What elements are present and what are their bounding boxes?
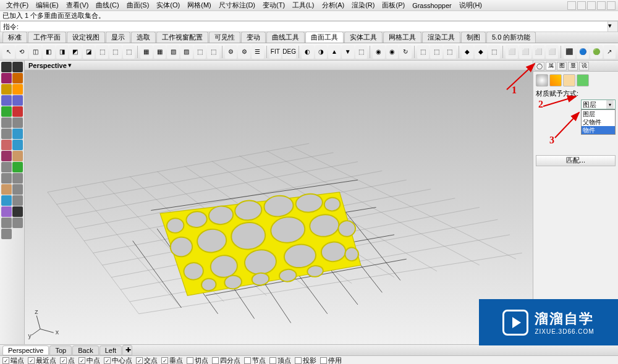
toolbar-button[interactable]: ⬚	[109, 45, 122, 59]
side-tool[interactable]	[1, 151, 12, 161]
side-tool[interactable]	[1, 218, 12, 228]
panel-tab[interactable]: 显	[568, 62, 578, 70]
toolbar-button[interactable]: ↻	[399, 45, 412, 59]
side-tool[interactable]	[12, 173, 23, 184]
toolbar-button[interactable]: ▦	[140, 45, 153, 59]
match-button[interactable]: 匹配...	[536, 155, 616, 166]
toolbar-button[interactable]: ◐	[302, 45, 314, 59]
toolbar-button[interactable]: ◨	[56, 45, 69, 59]
toolbar-button[interactable]: ◆	[475, 45, 487, 59]
side-tool[interactable]	[12, 95, 23, 106]
menu-item[interactable]: 查看(V)	[62, 0, 93, 11]
menu-item[interactable]: 分析(A)	[318, 0, 349, 11]
panel-tab[interactable]: 属	[546, 62, 556, 70]
side-tool[interactable]	[1, 184, 12, 195]
menu-item[interactable]: 文件(F)	[2, 0, 32, 11]
osnap-toggle[interactable]: 交点	[136, 356, 158, 364]
side-tool[interactable]	[12, 195, 23, 206]
window-control[interactable]	[607, 1, 616, 10]
osnap-toggle[interactable]: 中心点	[104, 356, 132, 364]
toolbar-button[interactable]: ▲	[328, 45, 341, 59]
toolbar-button[interactable]: ↖	[2, 45, 15, 59]
toolbar-button[interactable]: FIT	[269, 45, 282, 59]
side-tool[interactable]	[1, 106, 12, 117]
toolbar-button[interactable]: ⬛	[564, 45, 576, 59]
side-tool[interactable]	[12, 162, 23, 172]
material-assign-select[interactable]: 图层 ▾ 图层父物件物件	[581, 99, 616, 109]
tool-tab[interactable]: 选取	[131, 32, 156, 43]
side-tool[interactable]	[1, 140, 12, 150]
toolbar-button[interactable]: DEG	[282, 45, 296, 59]
side-tool[interactable]	[1, 129, 12, 139]
panel-tab[interactable]: 说	[579, 62, 589, 70]
toolbar-button[interactable]: ⬜	[519, 45, 531, 59]
window-control[interactable]	[577, 1, 586, 10]
osnap-toggle[interactable]: 投影	[295, 356, 316, 364]
toolbar-button[interactable]: ⬚	[417, 45, 430, 59]
tool-tab[interactable]: 渲染工具	[422, 32, 460, 43]
side-tool[interactable]	[12, 73, 23, 83]
viewport-header[interactable]: Perspective ▾	[25, 61, 533, 70]
toolbar-button[interactable]: ⬚	[207, 45, 219, 59]
toolbar-button[interactable]: ▼	[342, 45, 354, 59]
viewport-tab[interactable]: Perspective	[2, 345, 49, 355]
side-tool[interactable]	[1, 173, 12, 184]
object-properties-icon[interactable]	[536, 74, 548, 87]
toolbar-button[interactable]: ⬜	[506, 45, 518, 59]
side-tool[interactable]	[1, 229, 12, 239]
menu-item[interactable]: Grasshopper	[408, 1, 455, 10]
toolbar-button[interactable]: ◪	[83, 45, 95, 59]
toolbar-button[interactable]: ⬚	[194, 45, 206, 59]
command-history-toggle[interactable]: ▾	[607, 22, 617, 32]
osnap-toggle[interactable]: 节点	[244, 356, 266, 364]
menu-item[interactable]: 实体(O)	[153, 0, 184, 11]
tool-tab[interactable]: 网格工具	[383, 32, 421, 43]
dropdown-option[interactable]: 物件	[582, 126, 615, 134]
tool-tab[interactable]: 实体工具	[344, 32, 383, 43]
side-tool[interactable]	[12, 117, 23, 128]
environment-properties-icon[interactable]	[577, 74, 589, 87]
menu-item[interactable]: 曲线(C)	[92, 0, 122, 11]
window-control[interactable]	[567, 1, 576, 10]
toolbar-button[interactable]: ⬜	[533, 45, 545, 59]
side-tool[interactable]	[12, 206, 23, 217]
side-tool[interactable]	[12, 84, 23, 95]
tool-tab[interactable]: 曲面工具	[305, 32, 344, 43]
osnap-toggle[interactable]: 停用	[320, 356, 342, 364]
osnap-toggle[interactable]: 四分点	[212, 356, 240, 364]
toolbar-button[interactable]: ▦	[154, 45, 166, 59]
toolbar-button[interactable]: ◩	[69, 45, 82, 59]
osnap-toggle[interactable]: 端点	[2, 356, 24, 364]
viewport-tab[interactable]: Left	[99, 345, 122, 355]
tool-tab[interactable]: 可见性	[209, 32, 240, 43]
toolbar-button[interactable]: ⚙	[225, 45, 237, 59]
material-properties-icon[interactable]	[549, 74, 562, 87]
toolbar-button[interactable]: ◆	[462, 45, 474, 59]
menu-item[interactable]: 渲染(R)	[348, 0, 378, 11]
texture-properties-icon[interactable]	[563, 74, 575, 87]
toolbar-button[interactable]: ⬚	[355, 45, 368, 59]
menu-item[interactable]: 编辑(E)	[32, 0, 62, 11]
viewport-tab[interactable]: Top	[49, 345, 72, 355]
toolbar-button[interactable]: ☰	[252, 45, 264, 59]
toolbar-button[interactable]: ⬚	[488, 45, 501, 59]
dropdown-option[interactable]: 父物件	[582, 118, 615, 126]
toolbar-button[interactable]: ⬚	[444, 45, 456, 59]
menu-item[interactable]: 面板(P)	[378, 0, 408, 11]
panel-tab[interactable]: ◯	[535, 62, 544, 70]
tool-tab[interactable]: 工作视窗配置	[156, 32, 208, 43]
window-control[interactable]	[587, 1, 596, 10]
side-tool[interactable]	[12, 151, 23, 161]
side-tool[interactable]	[1, 95, 12, 106]
toolbar-button[interactable]: ⬚	[430, 45, 442, 59]
osnap-toggle[interactable]: 顶点	[269, 356, 291, 364]
side-tool[interactable]	[12, 184, 23, 195]
toolbar-button[interactable]: ◑	[315, 45, 328, 59]
menu-item[interactable]: 尺寸标注(D)	[215, 0, 259, 11]
menu-item[interactable]: 说明(H)	[455, 0, 486, 11]
side-tool[interactable]	[1, 206, 12, 217]
toolbar-button[interactable]: ◉	[386, 45, 399, 59]
add-viewport-tab[interactable]: ✚	[122, 345, 132, 355]
toolbar-button[interactable]: ↗	[604, 45, 616, 59]
toolbar-button[interactable]: ⬚	[123, 45, 135, 59]
